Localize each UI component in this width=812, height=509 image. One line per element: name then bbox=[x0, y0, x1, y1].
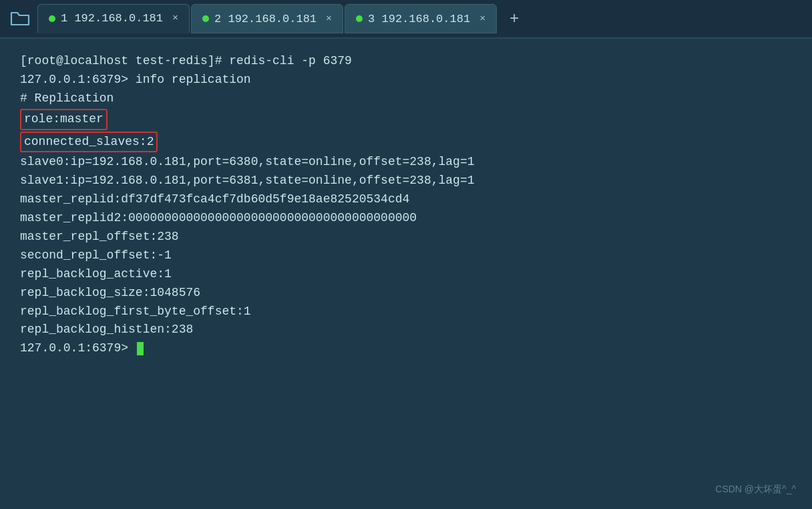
terminal-line: repl_backlog_histlen:238 bbox=[20, 321, 792, 339]
tab-1[interactable]: 1 192.168.0.181 × bbox=[37, 4, 190, 33]
tab-label-3: 3 192.168.0.181 bbox=[368, 13, 470, 25]
tab-label-1: 1 192.168.0.181 bbox=[61, 12, 163, 25]
terminal-line: master_replid:df37df473fca4cf7db60d5f9e1… bbox=[20, 190, 792, 209]
terminal-line: [root@localhost test-redis]# redis-cli -… bbox=[20, 52, 792, 71]
new-tab-button[interactable]: + bbox=[501, 5, 528, 32]
terminal-line: 127.0.0.1:6379> info replication bbox=[20, 71, 792, 90]
terminal-line: slave0:ip=192.168.0.181,port=6380,state=… bbox=[20, 153, 792, 172]
watermark: CSDN @大坏蛋^_^ bbox=[715, 482, 796, 497]
terminal-line: repl_backlog_first_byte_offset:1 bbox=[20, 303, 792, 321]
terminal-line: 127.0.0.1:6379> bbox=[20, 339, 792, 358]
terminal-line: role:master bbox=[20, 108, 792, 131]
tab-bar: 1 192.168.0.181 × 2 192.168.0.181 × 3 19… bbox=[0, 0, 812, 39]
terminal-line: master_repl_offset:238 bbox=[20, 228, 792, 246]
terminal-line: connected_slaves:2 bbox=[20, 131, 792, 154]
tab-close-3[interactable]: × bbox=[479, 13, 485, 25]
tab-dot-3 bbox=[356, 15, 363, 22]
terminal-cursor bbox=[137, 342, 144, 355]
terminal-line: repl_backlog_active:1 bbox=[20, 265, 792, 284]
tab-dot-2 bbox=[202, 15, 209, 22]
terminal: [root@localhost test-redis]# redis-cli -… bbox=[0, 39, 812, 509]
terminal-line: # Replication bbox=[20, 90, 792, 108]
tab-3[interactable]: 3 192.168.0.181 × bbox=[345, 4, 497, 33]
terminal-line: second_repl_offset:-1 bbox=[20, 246, 792, 265]
terminal-line: slave1:ip=192.168.0.181,port=6381,state=… bbox=[20, 172, 792, 190]
terminal-line: repl_backlog_size:1048576 bbox=[20, 284, 792, 303]
tab-label-2: 2 192.168.0.181 bbox=[214, 13, 317, 25]
tab-dot-1 bbox=[49, 15, 55, 22]
tab-close-2[interactable]: × bbox=[326, 13, 332, 25]
tab-close-1[interactable]: × bbox=[172, 13, 178, 24]
tab-2[interactable]: 2 192.168.0.181 × bbox=[191, 4, 343, 33]
folder-icon[interactable] bbox=[5, 4, 35, 33]
terminal-line: master_replid2:0000000000000000000000000… bbox=[20, 209, 792, 228]
